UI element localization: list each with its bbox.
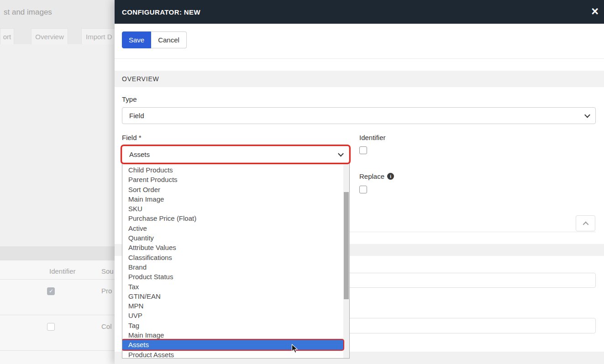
dropdown-option[interactable]: Main Image [122, 194, 343, 204]
field-select-value: Assets [129, 151, 150, 158]
save-button[interactable]: Save [122, 31, 151, 48]
table-cell: Pro [101, 287, 112, 295]
dropdown-option[interactable]: Attribute Values [122, 243, 343, 252]
column-header-source: Sou [101, 267, 114, 275]
section-header-overview: OVERVIEW [115, 71, 604, 87]
field-label: Field * [122, 134, 142, 141]
dropdown-scrollbar-thumb[interactable] [344, 192, 349, 299]
dropdown-option[interactable]: SKU [122, 204, 343, 213]
type-select-value: Field [129, 112, 144, 120]
mouse-cursor-icon [291, 344, 299, 356]
dropdown-option[interactable]: Active [122, 224, 343, 233]
replace-label: Replace i [359, 172, 394, 180]
configurator-modal: CONFIGURATOR: NEW × Save Cancel OVERVIEW… [115, 0, 604, 364]
tab-ort[interactable]: ort [0, 28, 14, 45]
chevron-down-icon [338, 151, 344, 156]
bg-row-checkbox[interactable] [47, 287, 55, 295]
modal-title: CONFIGURATOR: NEW [122, 8, 200, 16]
table-row: Col [0, 315, 115, 351]
dropdown-option[interactable]: Classifications [122, 253, 343, 262]
page-title-fragment: st and images [4, 8, 52, 17]
dropdown-option[interactable]: Assets [122, 340, 343, 349]
dropdown-option[interactable]: Tax [122, 282, 343, 291]
cancel-button[interactable]: Cancel [151, 31, 187, 48]
info-icon: i [387, 173, 394, 180]
dropdown-option[interactable]: GTIN/EAN [122, 291, 343, 301]
type-select[interactable]: Field [122, 107, 596, 124]
chevron-up-icon [583, 221, 588, 227]
dropdown-option[interactable]: Product Assets [122, 350, 343, 359]
field-select[interactable]: Assets [122, 146, 349, 163]
type-label: Type [122, 95, 137, 103]
bg-row-checkbox[interactable] [47, 323, 55, 331]
chevron-down-icon [584, 112, 590, 118]
dropdown-option[interactable]: Product Status [122, 272, 343, 281]
field-dropdown: Child ProductsParent ProductsSort OrderM… [122, 163, 350, 359]
replace-label-text: Replace [359, 172, 384, 180]
dropdown-option[interactable]: Quantity [122, 233, 343, 243]
dropdown-option[interactable]: Child Products [122, 165, 343, 175]
tab-overview[interactable]: Overview [31, 28, 68, 45]
dropdown-scrollbar[interactable] [343, 164, 349, 358]
dropdown-option[interactable]: Brand [122, 262, 343, 272]
identifier-label: Identifier [359, 134, 386, 141]
close-icon[interactable]: × [591, 5, 599, 18]
toolbar-divider [115, 58, 604, 59]
field-dropdown-options: Child ProductsParent ProductsSort OrderM… [122, 165, 343, 359]
table-cell: Col [101, 322, 112, 330]
dropdown-option[interactable]: Tag [122, 321, 343, 330]
column-header-identifier: Identifier [49, 267, 76, 275]
dropdown-option[interactable]: Main Image [122, 330, 343, 340]
modal-toolbar: Save Cancel [122, 31, 187, 48]
dropdown-option[interactable]: MPN [122, 301, 343, 311]
dropdown-option[interactable]: Purchase Price (Float) [122, 213, 343, 223]
replace-checkbox[interactable] [359, 186, 367, 193]
modal-header: CONFIGURATOR: NEW × [115, 0, 604, 24]
collapse-button[interactable] [576, 215, 595, 231]
screen: st and images ort Overview Import D Iden… [0, 0, 604, 364]
dropdown-option[interactable]: UVP [122, 311, 343, 320]
table-row: Pro [0, 280, 115, 315]
identifier-checkbox[interactable] [359, 146, 367, 154]
section-title: OVERVIEW [122, 75, 159, 83]
dropdown-option[interactable]: Sort Order [122, 185, 343, 194]
dropdown-option[interactable]: Parent Products [122, 175, 343, 184]
